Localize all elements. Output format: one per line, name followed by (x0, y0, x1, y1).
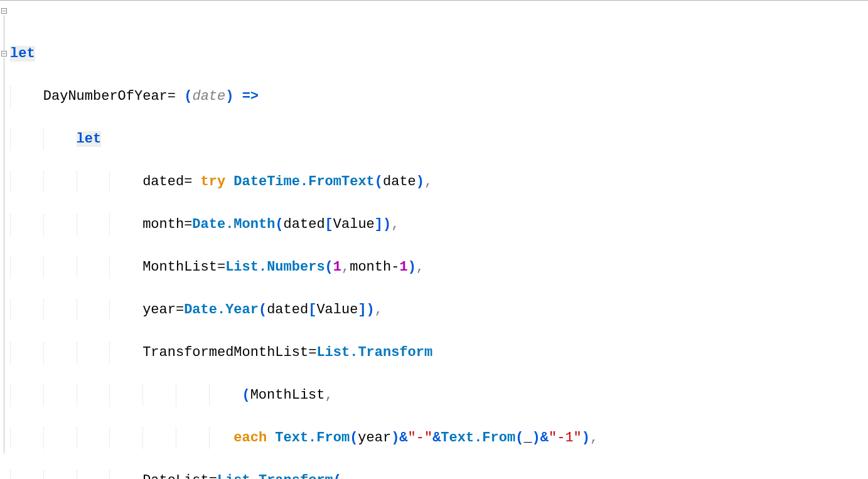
number: 1 (333, 259, 341, 275)
string: "-" (408, 430, 433, 446)
code-line[interactable]: month=Date.Month(dated[Value]), (10, 214, 868, 235)
param: date (192, 89, 225, 104)
paren-close: ) (225, 89, 233, 104)
keyword-each: each (233, 430, 267, 446)
paren-open: ( (184, 89, 192, 104)
code-editor[interactable]: let DayNumberOfYear= (date) => let dated… (0, 0, 868, 479)
arrow: => (242, 89, 259, 104)
code-line[interactable]: let (10, 43, 868, 65)
keyword-let: let (77, 131, 102, 147)
code-line[interactable]: (MonthList, (10, 385, 868, 406)
function-name: DateTime.FromText (233, 174, 374, 190)
fold-gutter (0, 1, 9, 479)
code-line[interactable]: MonthList=List.Numbers(1,month-1), (10, 257, 868, 278)
fold-toggle-icon[interactable] (1, 51, 7, 57)
code-line[interactable]: each Text.From(year)&"-"&Text.From(_)&"-… (10, 428, 868, 449)
code-line[interactable]: DateList=List.Transform( (10, 470, 868, 479)
identifier: DayNumberOfYear (43, 89, 168, 104)
keyword-let: let (10, 46, 35, 62)
code-line[interactable]: dated= try DateTime.FromText(date), (10, 171, 868, 193)
fold-guide (4, 15, 4, 51)
fold-guide (4, 58, 4, 453)
code-line[interactable]: TransformedMonthList=List.Transform (10, 342, 868, 363)
code-line[interactable]: year=Date.Year(dated[Value]), (10, 299, 868, 321)
underscore: _ (523, 430, 532, 446)
code-line[interactable]: DayNumberOfYear= (date) => (10, 86, 868, 107)
fold-toggle-icon[interactable] (1, 8, 7, 14)
code-area[interactable]: let DayNumberOfYear= (date) => let dated… (9, 1, 868, 479)
keyword-try: try (201, 174, 226, 190)
code-line[interactable]: let (10, 129, 868, 150)
